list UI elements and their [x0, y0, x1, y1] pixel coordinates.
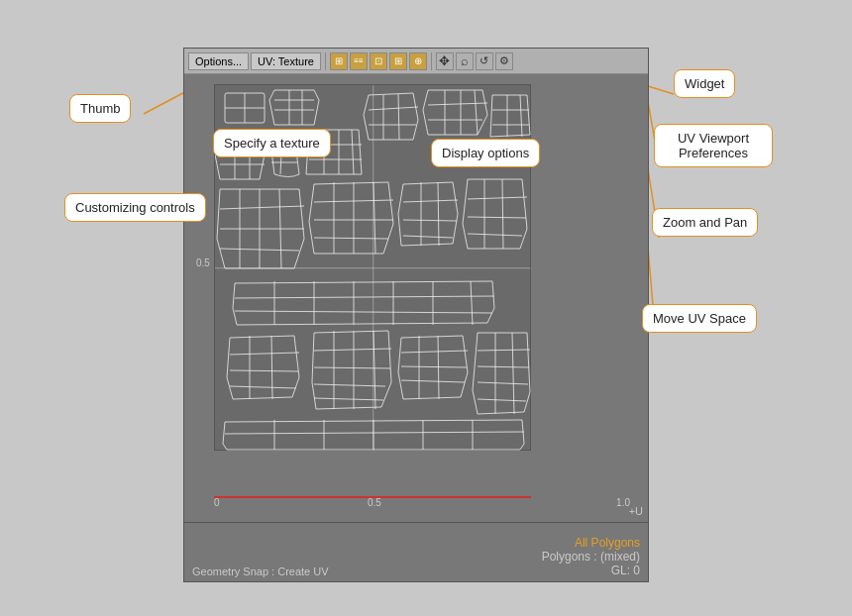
- svg-line-74: [230, 386, 296, 388]
- axis-tick-0: 0: [214, 497, 220, 508]
- uv-viewport-prefs-callout: UV ViewportPreferences: [654, 124, 773, 167]
- svg-line-88: [438, 336, 439, 399]
- svg-line-85: [401, 366, 467, 367]
- svg-line-76: [271, 336, 272, 399]
- rotate-icon[interactable]: ↺: [476, 52, 493, 70]
- axis-label-u: +U: [629, 505, 643, 517]
- polygons-value: Polygons : (mixed): [542, 550, 640, 564]
- svg-line-59: [468, 197, 527, 199]
- snap-status: Geometry Snap : Create UV: [192, 565, 542, 577]
- svg-line-73: [230, 370, 298, 371]
- move-uv-space-callout: Move UV Space: [642, 304, 757, 333]
- editor-toolbar: Options... UV: Texture ⊞ ≡≡ ⊡ ⊞ ⊕ ✥ ⌕ ↺ …: [184, 49, 648, 74]
- svg-line-63: [502, 179, 503, 249]
- svg-line-91: [478, 382, 528, 384]
- uv-texture-button[interactable]: UV: Texture: [251, 52, 321, 70]
- svg-line-28: [352, 130, 354, 174]
- svg-line-50: [314, 238, 388, 239]
- svg-line-33: [428, 103, 487, 105]
- svg-line-32: [398, 94, 399, 140]
- u-axis-line: [214, 496, 531, 498]
- svg-line-37: [475, 90, 478, 135]
- svg-line-84: [401, 351, 468, 353]
- svg-line-86: [401, 380, 465, 382]
- specify-texture-callout: Specify a texture: [213, 129, 331, 157]
- svg-line-60: [468, 217, 526, 218]
- customizing-controls-callout: Customizing controls: [64, 193, 206, 222]
- status-right: All Polygons Polygons : (mixed) GL: 0: [542, 536, 640, 577]
- zoom-pan-callout: Zoom and Pan: [652, 208, 758, 237]
- svg-line-90: [478, 366, 529, 367]
- grid-icon-5[interactable]: ⊕: [409, 52, 427, 70]
- grid-icon-4[interactable]: ⊞: [389, 52, 407, 70]
- all-polygons-label: All Polygons: [542, 536, 640, 550]
- grid-label-05v: 0.5: [196, 257, 210, 268]
- toolbar-separator-2: [431, 52, 432, 70]
- svg-line-71: [471, 281, 473, 325]
- svg-line-58: [438, 182, 439, 246]
- display-options-callout: Display options: [431, 139, 540, 167]
- toolbar-separator-1: [325, 52, 326, 70]
- svg-line-29: [369, 107, 418, 110]
- svg-line-56: [403, 236, 453, 238]
- widget-callout: Widget: [674, 69, 735, 98]
- svg-line-65: [235, 311, 492, 313]
- uv-editor-panel: Options... UV: Texture ⊞ ≡≡ ⊡ ⊞ ⊕ ✥ ⌕ ↺ …: [183, 48, 649, 582]
- svg-line-78: [314, 367, 390, 368]
- grid-icon-2[interactable]: ≡≡: [350, 52, 368, 70]
- svg-line-94: [512, 333, 514, 414]
- gl-value: GL: 0: [542, 564, 640, 577]
- settings-icon[interactable]: ⚙: [495, 52, 513, 70]
- svg-line-54: [403, 200, 458, 202]
- svg-line-92: [478, 399, 526, 401]
- svg-line-72: [230, 353, 299, 355]
- svg-line-95: [225, 432, 524, 434]
- svg-line-61: [468, 234, 522, 236]
- svg-line-55: [403, 220, 457, 221]
- grid-icon-3[interactable]: ⊡: [370, 52, 387, 70]
- grid-icon-1[interactable]: ⊞: [330, 52, 348, 70]
- axis-tick-05: 0.5: [368, 497, 381, 508]
- thumb-callout: Thumb: [69, 94, 131, 123]
- status-bar: Geometry Snap : Create UV All Polygons P…: [184, 522, 648, 581]
- move-icon[interactable]: ✥: [436, 52, 454, 70]
- zoom-icon[interactable]: ⌕: [456, 52, 474, 70]
- svg-line-42: [220, 206, 304, 209]
- svg-line-89: [478, 350, 530, 351]
- options-button[interactable]: Options...: [188, 52, 249, 70]
- svg-line-41: [520, 95, 522, 137]
- svg-line-77: [314, 349, 391, 351]
- svg-line-64: [235, 296, 494, 298]
